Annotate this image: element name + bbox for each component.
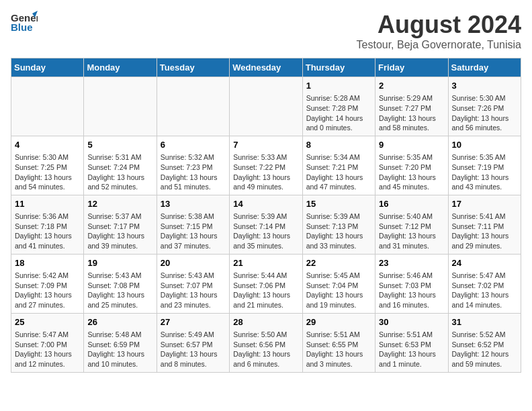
day-cell: 2Sunrise: 5:29 AM Sunset: 7:27 PM Daylig… <box>375 77 448 136</box>
day-cell: 10Sunrise: 5:35 AM Sunset: 7:19 PM Dayli… <box>448 136 521 195</box>
day-cell: 30Sunrise: 5:51 AM Sunset: 6:53 PM Dayli… <box>375 313 448 372</box>
cell-content: Sunrise: 5:43 AM Sunset: 7:08 PM Dayligh… <box>87 271 152 310</box>
header-cell-wednesday: Wednesday <box>230 58 302 77</box>
day-number: 26 <box>87 316 152 328</box>
header-cell-monday: Monday <box>84 58 157 77</box>
day-cell <box>11 77 84 136</box>
cell-content: Sunrise: 5:45 AM Sunset: 7:04 PM Dayligh… <box>306 271 371 310</box>
header-cell-saturday: Saturday <box>448 58 521 77</box>
cell-content: Sunrise: 5:28 AM Sunset: 7:28 PM Dayligh… <box>306 93 371 133</box>
day-number: 21 <box>233 257 298 269</box>
day-cell: 22Sunrise: 5:45 AM Sunset: 7:04 PM Dayli… <box>302 254 375 313</box>
cell-content: Sunrise: 5:39 AM Sunset: 7:13 PM Dayligh… <box>306 212 371 251</box>
logo-icon: General Blue <box>11 11 38 38</box>
day-cell: 11Sunrise: 5:36 AM Sunset: 7:18 PM Dayli… <box>11 195 84 254</box>
day-number: 11 <box>15 198 80 210</box>
title-block: August 2024 Testour, Beja Governorate, T… <box>357 11 521 51</box>
day-number: 25 <box>15 316 80 328</box>
cell-content: Sunrise: 5:52 AM Sunset: 6:52 PM Dayligh… <box>452 330 517 369</box>
day-number: 29 <box>306 316 371 328</box>
cell-content: Sunrise: 5:43 AM Sunset: 7:07 PM Dayligh… <box>161 271 226 310</box>
day-number: 4 <box>15 139 80 151</box>
sub-title: Testour, Beja Governorate, Tunisia <box>357 39 521 51</box>
logo: General Blue <box>11 11 38 38</box>
cell-content: Sunrise: 5:42 AM Sunset: 7:09 PM Dayligh… <box>15 271 80 310</box>
day-number: 13 <box>161 198 226 210</box>
day-cell: 3Sunrise: 5:30 AM Sunset: 7:26 PM Daylig… <box>448 77 521 136</box>
cell-content: Sunrise: 5:37 AM Sunset: 7:17 PM Dayligh… <box>87 212 152 251</box>
day-cell: 14Sunrise: 5:39 AM Sunset: 7:14 PM Dayli… <box>230 195 302 254</box>
day-cell: 13Sunrise: 5:38 AM Sunset: 7:15 PM Dayli… <box>157 195 229 254</box>
day-number: 10 <box>452 139 517 151</box>
day-cell: 15Sunrise: 5:39 AM Sunset: 7:13 PM Dayli… <box>302 195 375 254</box>
day-number: 23 <box>379 257 444 269</box>
cell-content: Sunrise: 5:41 AM Sunset: 7:11 PM Dayligh… <box>452 212 517 251</box>
day-cell: 21Sunrise: 5:44 AM Sunset: 7:06 PM Dayli… <box>230 254 302 313</box>
day-cell: 23Sunrise: 5:46 AM Sunset: 7:03 PM Dayli… <box>375 254 448 313</box>
cell-content: Sunrise: 5:32 AM Sunset: 7:23 PM Dayligh… <box>161 152 226 192</box>
day-cell: 19Sunrise: 5:43 AM Sunset: 7:08 PM Dayli… <box>84 254 157 313</box>
day-number: 8 <box>306 139 371 151</box>
day-number: 6 <box>161 139 226 151</box>
week-row-2: 4Sunrise: 5:30 AM Sunset: 7:25 PM Daylig… <box>11 136 521 195</box>
day-number: 31 <box>452 316 517 328</box>
day-cell: 25Sunrise: 5:47 AM Sunset: 7:00 PM Dayli… <box>11 313 84 372</box>
cell-content: Sunrise: 5:35 AM Sunset: 7:19 PM Dayligh… <box>452 152 517 192</box>
day-cell: 18Sunrise: 5:42 AM Sunset: 7:09 PM Dayli… <box>11 254 84 313</box>
cell-content: Sunrise: 5:29 AM Sunset: 7:27 PM Dayligh… <box>379 93 444 133</box>
day-cell: 27Sunrise: 5:49 AM Sunset: 6:57 PM Dayli… <box>157 313 229 372</box>
day-number: 9 <box>379 139 444 151</box>
cell-content: Sunrise: 5:34 AM Sunset: 7:21 PM Dayligh… <box>306 152 371 192</box>
day-cell: 28Sunrise: 5:50 AM Sunset: 6:56 PM Dayli… <box>230 313 302 372</box>
day-cell: 8Sunrise: 5:34 AM Sunset: 7:21 PM Daylig… <box>302 136 375 195</box>
day-number: 27 <box>161 316 226 328</box>
page-header: General Blue August 2024 Testour, Beja G… <box>11 11 521 51</box>
day-cell: 7Sunrise: 5:33 AM Sunset: 7:22 PM Daylig… <box>230 136 302 195</box>
header-row: SundayMondayTuesdayWednesdayThursdayFrid… <box>11 58 521 77</box>
day-cell: 17Sunrise: 5:41 AM Sunset: 7:11 PM Dayli… <box>448 195 521 254</box>
day-number: 18 <box>15 257 80 269</box>
main-title: August 2024 <box>357 11 521 39</box>
day-cell <box>84 77 157 136</box>
day-number: 28 <box>233 316 298 328</box>
cell-content: Sunrise: 5:39 AM Sunset: 7:14 PM Dayligh… <box>233 212 298 251</box>
cell-content: Sunrise: 5:38 AM Sunset: 7:15 PM Dayligh… <box>161 212 226 251</box>
header-cell-friday: Friday <box>375 58 448 77</box>
day-cell: 24Sunrise: 5:47 AM Sunset: 7:02 PM Dayli… <box>448 254 521 313</box>
cell-content: Sunrise: 5:30 AM Sunset: 7:25 PM Dayligh… <box>15 152 80 192</box>
day-cell: 12Sunrise: 5:37 AM Sunset: 7:17 PM Dayli… <box>84 195 157 254</box>
week-row-1: 1Sunrise: 5:28 AM Sunset: 7:28 PM Daylig… <box>11 77 521 136</box>
day-number: 7 <box>233 139 298 151</box>
day-cell: 4Sunrise: 5:30 AM Sunset: 7:25 PM Daylig… <box>11 136 84 195</box>
day-number: 1 <box>306 80 371 92</box>
calendar-table: SundayMondayTuesdayWednesdayThursdayFrid… <box>11 58 521 373</box>
day-number: 22 <box>306 257 371 269</box>
cell-content: Sunrise: 5:49 AM Sunset: 6:57 PM Dayligh… <box>161 330 226 369</box>
day-number: 3 <box>452 80 517 92</box>
cell-content: Sunrise: 5:44 AM Sunset: 7:06 PM Dayligh… <box>233 271 298 310</box>
cell-content: Sunrise: 5:51 AM Sunset: 6:55 PM Dayligh… <box>306 330 371 369</box>
day-number: 16 <box>379 198 444 210</box>
cell-content: Sunrise: 5:47 AM Sunset: 7:00 PM Dayligh… <box>15 330 80 369</box>
day-cell: 31Sunrise: 5:52 AM Sunset: 6:52 PM Dayli… <box>448 313 521 372</box>
day-cell <box>157 77 229 136</box>
week-row-4: 18Sunrise: 5:42 AM Sunset: 7:09 PM Dayli… <box>11 254 521 313</box>
week-row-3: 11Sunrise: 5:36 AM Sunset: 7:18 PM Dayli… <box>11 195 521 254</box>
day-cell: 1Sunrise: 5:28 AM Sunset: 7:28 PM Daylig… <box>302 77 375 136</box>
cell-content: Sunrise: 5:36 AM Sunset: 7:18 PM Dayligh… <box>15 212 80 251</box>
day-number: 14 <box>233 198 298 210</box>
cell-content: Sunrise: 5:48 AM Sunset: 6:59 PM Dayligh… <box>87 330 152 369</box>
week-row-5: 25Sunrise: 5:47 AM Sunset: 7:00 PM Dayli… <box>11 313 521 372</box>
header-cell-thursday: Thursday <box>302 58 375 77</box>
day-number: 19 <box>87 257 152 269</box>
day-cell: 20Sunrise: 5:43 AM Sunset: 7:07 PM Dayli… <box>157 254 229 313</box>
day-cell: 16Sunrise: 5:40 AM Sunset: 7:12 PM Dayli… <box>375 195 448 254</box>
day-cell: 9Sunrise: 5:35 AM Sunset: 7:20 PM Daylig… <box>375 136 448 195</box>
cell-content: Sunrise: 5:46 AM Sunset: 7:03 PM Dayligh… <box>379 271 444 310</box>
day-cell: 26Sunrise: 5:48 AM Sunset: 6:59 PM Dayli… <box>84 313 157 372</box>
cell-content: Sunrise: 5:40 AM Sunset: 7:12 PM Dayligh… <box>379 212 444 251</box>
day-number: 24 <box>452 257 517 269</box>
day-number: 5 <box>87 139 152 151</box>
day-cell: 5Sunrise: 5:31 AM Sunset: 7:24 PM Daylig… <box>84 136 157 195</box>
day-number: 20 <box>161 257 226 269</box>
